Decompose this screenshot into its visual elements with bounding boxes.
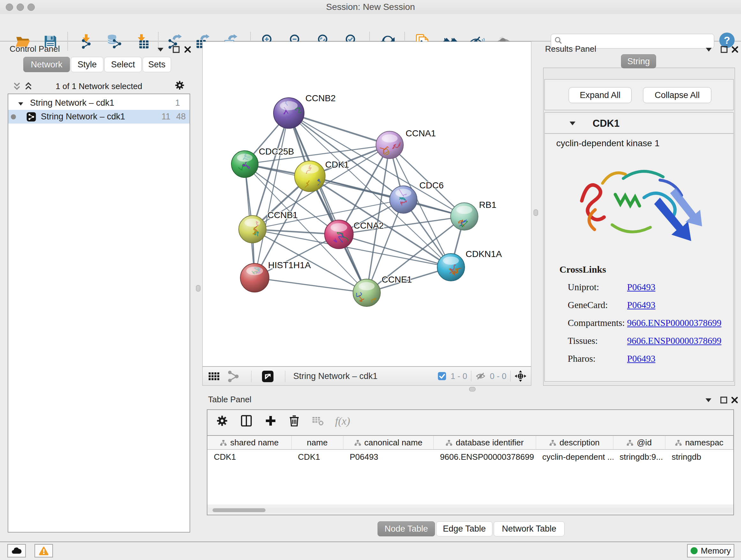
crosslink-label: Uniprot: — [568, 282, 627, 293]
panel-float-icon[interactable] — [172, 45, 180, 54]
status-bar: Memory — [0, 542, 741, 560]
expand-all-button[interactable]: Expand All — [569, 87, 631, 103]
cloud-button[interactable] — [7, 544, 26, 557]
crosslinks-list: Uniprot:P06493GeneCard:P06493Compartment… — [568, 278, 733, 368]
panel-splitter-handle[interactable] — [196, 285, 200, 292]
column-header-description[interactable]: description — [536, 436, 613, 449]
column-header-canonicalname[interactable]: canonical name — [343, 436, 434, 449]
network-node-CDK1[interactable] — [294, 161, 325, 192]
column-type-icon — [354, 439, 361, 446]
collapse-all-button[interactable]: Collapse All — [643, 87, 711, 103]
show-columns-icon[interactable] — [240, 415, 253, 427]
table-gear-icon[interactable] — [216, 415, 228, 427]
network-node-CDC25B[interactable] — [231, 151, 258, 178]
tab-select[interactable]: Select — [105, 57, 142, 72]
panel-collapse-icon[interactable] — [156, 45, 165, 54]
column-header-databaseidentifier[interactable]: database identifier — [434, 436, 536, 449]
crosslink-label: Pharos: — [568, 354, 627, 364]
column-label: @id — [636, 438, 652, 448]
network-node-CDKN1A[interactable] — [437, 253, 465, 281]
entry-collapse-icon[interactable] — [568, 119, 577, 127]
node-count: 11 — [161, 112, 171, 122]
main-toolbar: ? — [0, 14, 741, 42]
table-cell[interactable]: CDK1 — [292, 450, 343, 464]
crosslink-value-link[interactable]: P06493 — [627, 300, 656, 310]
panel-collapse-icon[interactable] — [704, 396, 713, 404]
crosslink-value-link[interactable]: 9606.ENSP00000378699 — [627, 335, 722, 346]
network-node-CCNE1[interactable] — [353, 279, 381, 307]
network-node-CCNA1[interactable] — [376, 131, 403, 159]
birdseye-crosshair-icon[interactable] — [515, 370, 527, 382]
network-options-gear-icon[interactable] — [174, 80, 185, 91]
network-node-CCNB1[interactable] — [239, 215, 266, 243]
tab-style[interactable]: Style — [71, 57, 104, 72]
cloud-icon — [11, 547, 22, 555]
table-cell[interactable]: stringdb — [665, 450, 733, 464]
table-cell[interactable]: CDK1 — [207, 450, 292, 464]
tab-node-table[interactable]: Node Table — [378, 521, 435, 537]
column-label: shared name — [230, 438, 279, 448]
network-view-icon[interactable] — [227, 371, 239, 382]
entry-name: CDK1 — [593, 118, 619, 129]
table-cell[interactable]: P06493 — [343, 450, 434, 464]
tab-sets[interactable]: Sets — [143, 57, 171, 72]
node-label-RB1: RB1 — [479, 200, 496, 210]
tab-edge-table[interactable]: Edge Table — [436, 521, 492, 537]
delete-column-icon[interactable] — [288, 415, 300, 427]
column-header-id[interactable]: @id — [613, 436, 665, 449]
column-header-name[interactable]: name — [292, 436, 343, 449]
crosslink-row: Tissues:9606.ENSP00000378699 — [568, 332, 733, 350]
panel-close-icon[interactable] — [731, 396, 739, 404]
tab-string[interactable]: String — [621, 54, 656, 68]
network-node-CCNB2[interactable] — [273, 98, 305, 128]
expand-all-icon[interactable] — [23, 82, 33, 91]
table-hscrollbar[interactable] — [208, 508, 733, 513]
network-row[interactable]: String Network – cdk1 11 48 — [8, 110, 190, 124]
table-cell[interactable]: 9606.ENSP00000378699 — [434, 450, 536, 464]
panel-close-icon[interactable] — [184, 45, 192, 54]
node-table: shared namenamecanonical namedatabase id… — [207, 435, 733, 504]
table-panel-box: f(x) shared namenamecanonical namedataba… — [207, 409, 734, 515]
node-label-CCNA1: CCNA1 — [406, 128, 436, 138]
panel-close-icon[interactable] — [731, 45, 739, 54]
table-row[interactable]: CDK1CDK1P064939606.ENSP00000378699cyclin… — [207, 450, 733, 464]
tab-network[interactable]: Network — [23, 57, 70, 72]
results-panel-title: Results Panel — [545, 44, 596, 54]
add-column-icon[interactable] — [264, 415, 277, 427]
selected-checkbox-icon[interactable] — [437, 371, 447, 381]
protein-structure-image — [564, 150, 714, 262]
column-header-namespac[interactable]: namespac — [665, 436, 733, 449]
detach-view-icon[interactable] — [261, 370, 274, 383]
panel-collapse-icon[interactable] — [704, 45, 713, 54]
column-label: namespac — [685, 438, 724, 448]
hidden-eye-icon[interactable] — [475, 371, 486, 381]
crosslink-value-link[interactable]: P06493 — [627, 354, 656, 364]
network-canvas[interactable]: CCNB2CCNA1CDC25BCDK1CDC6RB1CCNB1CCNA2CDK… — [202, 42, 531, 367]
crosslink-value-link[interactable]: 9606.ENSP00000378699 — [627, 318, 722, 328]
network-node-CDC6[interactable] — [390, 186, 417, 213]
table-cell[interactable]: stringdb:9... — [613, 450, 665, 464]
crosslink-row: GeneCard:P06493 — [568, 296, 733, 314]
network-node-HIST1H1A[interactable] — [240, 263, 269, 292]
table-cell[interactable]: cyclin-dependent ... — [536, 450, 613, 464]
scrollbar-thumb[interactable] — [212, 508, 266, 512]
panel-float-icon[interactable] — [720, 45, 728, 54]
cdk1-entry-header[interactable]: CDK1 — [545, 113, 733, 134]
collection-label: String Network – cdk1 — [30, 98, 114, 108]
crosslink-value-link[interactable]: P06493 — [627, 282, 656, 293]
tree-expand-icon[interactable] — [17, 100, 24, 107]
network-type-icon — [26, 112, 37, 122]
network-selection-status: 1 of 1 Network selected — [48, 81, 150, 91]
tab-network-table[interactable]: Network Table — [494, 521, 564, 537]
column-label: database identifier — [456, 438, 523, 448]
grid-view-icon[interactable] — [208, 371, 219, 382]
memory-button[interactable]: Memory — [687, 544, 734, 557]
network-collection-row[interactable]: String Network – cdk1 1 — [8, 96, 190, 110]
network-node-CCNA2[interactable] — [325, 220, 353, 249]
node-label-CCNB1: CCNB1 — [267, 210, 298, 220]
panel-float-icon[interactable] — [720, 396, 728, 404]
network-node-RB1[interactable] — [451, 203, 478, 231]
collapse-all-icon[interactable] — [12, 82, 22, 91]
column-header-sharedname[interactable]: shared name — [207, 436, 292, 449]
warning-button[interactable] — [35, 544, 53, 557]
